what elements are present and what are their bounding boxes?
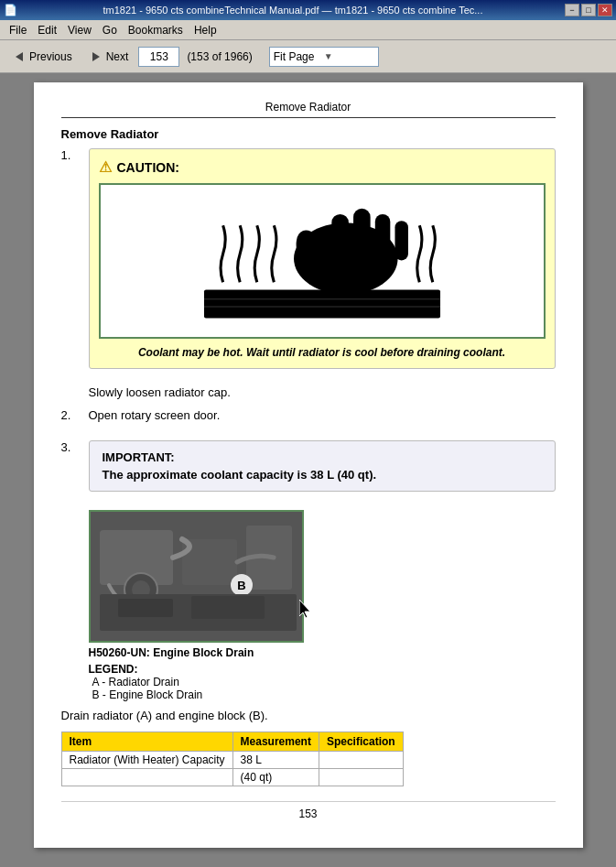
figure-container: B H50260-UN: Engine Block Drain LEGEND: … xyxy=(89,510,556,701)
step-text-1-content: Slowly loosen radiator cap. xyxy=(89,385,231,399)
legend-item-b: B - Engine Block Drain xyxy=(92,688,556,701)
legend-b-text: B - Engine Block Drain xyxy=(92,688,203,701)
section-heading: Remove Radiator xyxy=(61,127,556,141)
maximize-button[interactable]: □ xyxy=(581,4,596,16)
previous-label: Previous xyxy=(29,50,72,63)
figure-caption: H50260-UN: Engine Block Drain xyxy=(89,646,556,659)
close-button[interactable]: ✕ xyxy=(598,4,612,16)
caution-triangle-icon: ⚠ xyxy=(99,158,112,176)
item-number-1: 1. xyxy=(61,148,89,162)
svg-rect-6 xyxy=(374,214,390,262)
next-label: Next xyxy=(106,50,129,63)
titlebar-icon: 📄 xyxy=(4,4,17,16)
toolbar: Previous Next (153 of 1966) Fit Page ▼ xyxy=(0,40,616,73)
table-header-measurement: Measurement xyxy=(232,732,319,752)
caution-box: ⚠ CAUTION: xyxy=(89,148,556,369)
caution-image xyxy=(99,183,546,339)
svg-rect-21 xyxy=(118,599,173,617)
menu-view[interactable]: View xyxy=(62,22,97,38)
table-cell-spec-2 xyxy=(319,769,403,786)
svg-rect-4 xyxy=(331,214,349,262)
drain-text-content: Drain radiator (A) and engine block (B). xyxy=(61,709,268,722)
menu-go[interactable]: Go xyxy=(97,22,123,38)
table-cell-measurement-2: (40 qt) xyxy=(232,769,319,786)
caution-header: ⚠ CAUTION: xyxy=(99,158,546,176)
list-item-2: 2. Open rotary screen door. xyxy=(61,408,556,422)
page-number-input[interactable] xyxy=(138,47,179,67)
caution-text: Coolant may be hot. Wait until radiator … xyxy=(99,346,546,359)
drain-text: Drain radiator (A) and engine block (B). xyxy=(61,709,556,722)
table-header-specification: Specification xyxy=(319,732,403,752)
item-content-1: ⚠ CAUTION: xyxy=(89,148,556,374)
svg-text:B: B xyxy=(237,579,245,592)
titlebar: 📄 tm1821 - 9650 cts combineTechnical Man… xyxy=(0,0,616,20)
previous-icon xyxy=(12,49,27,64)
step-2-text: Open rotary screen door. xyxy=(89,408,221,422)
figure-illustration: B xyxy=(91,512,304,643)
menu-file[interactable]: File xyxy=(4,22,32,38)
menubar: File Edit View Go Bookmarks Help xyxy=(0,20,616,40)
table-header-item: Item xyxy=(61,732,232,752)
menu-bookmarks[interactable]: Bookmarks xyxy=(123,22,189,38)
table-cell-measurement-1: 38 L xyxy=(232,752,319,769)
svg-rect-7 xyxy=(394,221,407,260)
page-number: 153 xyxy=(298,807,317,820)
svg-rect-9 xyxy=(203,289,439,318)
legend-label: LEGEND: xyxy=(89,663,556,676)
svg-rect-5 xyxy=(353,209,371,261)
table-cell-item-1: Radiator (With Heater) Capacity xyxy=(61,752,232,769)
fit-page-dropdown[interactable]: Fit Page ▼ xyxy=(269,47,379,67)
page-title: Remove Radiator xyxy=(61,101,556,118)
dropdown-arrow-icon: ▼ xyxy=(324,51,374,61)
legend-item-a: A - Radiator Drain xyxy=(92,676,556,688)
minimize-button[interactable]: − xyxy=(565,4,579,16)
list-item-3: 3. IMPORTANT: The approximate coolant ca… xyxy=(61,440,556,499)
page-info: (153 of 1966) xyxy=(187,50,252,63)
table-cell-spec-1 xyxy=(319,752,403,769)
svg-marker-1 xyxy=(92,52,100,61)
item-content-3: IMPORTANT: The approximate coolant capac… xyxy=(89,440,556,499)
titlebar-title: tm1821 - 9650 cts combineTechnical Manua… xyxy=(21,5,565,16)
svg-rect-22 xyxy=(191,596,265,619)
table-row-1: Radiator (With Heater) Capacity 38 L xyxy=(61,752,403,769)
next-icon xyxy=(89,49,103,64)
spec-table: Item Measurement Specification Radiator … xyxy=(61,732,404,786)
figure-image: B xyxy=(89,510,304,643)
titlebar-controls: − □ ✕ xyxy=(565,4,612,16)
page-footer: 153 xyxy=(61,801,556,820)
table-cell-item-2 xyxy=(61,769,232,786)
item-number-3: 3. xyxy=(61,440,89,454)
important-text: The approximate coolant capacity is 38 L… xyxy=(103,468,542,482)
caution-label: CAUTION: xyxy=(117,160,179,175)
content-area: Remove Radiator Remove Radiator 1. ⚠ CAU… xyxy=(0,73,616,867)
item-number-2: 2. xyxy=(61,408,89,422)
menu-edit[interactable]: Edit xyxy=(32,22,62,38)
important-header: IMPORTANT: xyxy=(103,450,542,464)
legend-a-text: A - Radiator Drain xyxy=(92,676,179,688)
important-box: IMPORTANT: The approximate coolant capac… xyxy=(89,440,556,492)
svg-marker-0 xyxy=(16,52,23,61)
caution-illustration xyxy=(104,188,540,334)
menu-help[interactable]: Help xyxy=(189,22,222,38)
previous-button[interactable]: Previous xyxy=(5,46,79,68)
fit-page-label: Fit Page xyxy=(274,50,324,63)
list-item-1: 1. ⚠ CAUTION: xyxy=(61,148,556,374)
table-row-2: (40 qt) xyxy=(61,769,403,786)
pdf-page: Remove Radiator Remove Radiator 1. ⚠ CAU… xyxy=(34,82,583,848)
step-text-1: Slowly loosen radiator cap. xyxy=(89,385,556,399)
item-content-2: Open rotary screen door. xyxy=(89,408,556,422)
next-button[interactable]: Next xyxy=(82,46,135,68)
